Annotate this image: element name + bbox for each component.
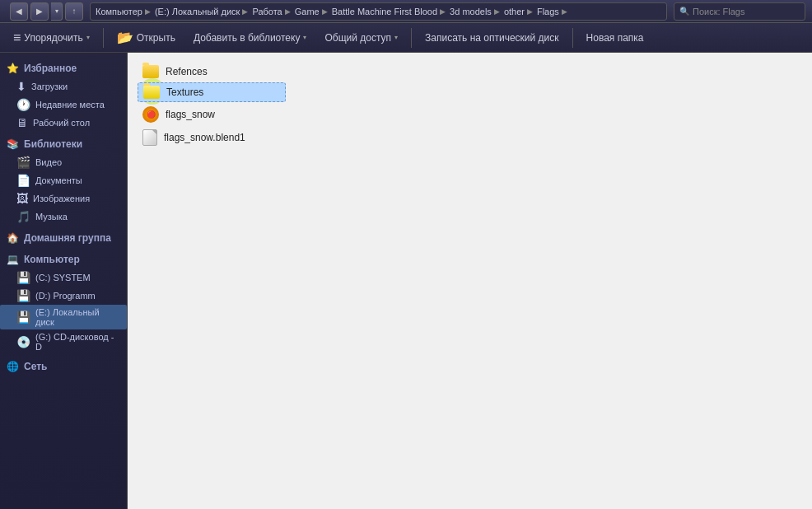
sidebar-item-c[interactable]: 💾 (C:) SYSTEM [0,269,127,287]
list-item[interactable]: Refences [138,63,286,81]
blend1-icon [142,129,157,146]
list-item[interactable]: flags_snow.blend1 [138,127,286,148]
up-button[interactable]: ↑ [65,2,83,21]
star-icon: ⭐ [7,63,19,74]
downloads-icon: ⬇ [16,80,26,93]
music-icon: 🎵 [16,210,30,223]
open-icon: 📂 [117,30,133,45]
sidebar-item-g[interactable]: 💿 (G:) CD-дисковод - D [0,329,127,354]
breadcrumb-other[interactable]: other ▶ [504,7,534,16]
search-box[interactable]: 🔍 Поиск: Flags [674,2,805,21]
folder-icon [143,86,160,99]
favorites-section: ⭐ Избранное ⬇ Загрузки 🕐 Недавние места … [0,59,127,132]
documents-icon: 📄 [16,174,30,187]
homegroup-icon: 🏠 [7,232,19,244]
breadcrumb-flags[interactable]: Flags ▶ [537,7,568,16]
libraries-header[interactable]: 📚 Библиотеки [0,135,127,153]
images-icon: 🖼 [16,192,28,205]
sidebar-item-desktop[interactable]: 🖥 Рабочий стол [0,114,127,132]
share-arrow: ▾ [394,34,398,41]
share-button[interactable]: Общий доступ ▾ [316,29,406,47]
library-arrow: ▾ [303,34,306,41]
blend-icon: 🔴 [142,106,159,123]
sidebar-item-documents[interactable]: 📄 Документы [0,171,127,189]
new-folder-button[interactable]: Новая папка [578,29,652,47]
sidebar-item-images[interactable]: 🖼 Изображения [0,189,127,208]
breadcrumb-computer[interactable]: Компьютер ▶ [96,7,152,16]
breadcrumb-rabota[interactable]: Работа ▶ [252,7,291,16]
cdrive-icon: 💾 [16,271,30,284]
homegroup-section: 🏠 Домашняя группа [0,229,127,247]
sidebar-item-e[interactable]: 💾 (E:) Локальный диск [0,305,127,329]
breadcrumb-edrive[interactable]: (E:) Локальный диск ▶ [155,7,250,16]
organize-arrow: ▾ [86,34,90,41]
gdrive-icon: 💿 [16,335,30,348]
list-item[interactable]: 🔴 flags_snow [138,104,286,125]
network-icon: 🌐 [7,361,19,372]
organize-icon: ≡ [13,30,21,45]
separator-3 [572,28,573,48]
forward-button[interactable]: ▶ [30,2,49,21]
network-section: 🌐 Сеть [0,357,127,376]
textures-wrapper: Textures [138,82,802,102]
folder-icon [142,65,159,78]
sidebar-item-recent[interactable]: 🕐 Недавние места [0,96,127,114]
address-bar[interactable]: Компьютер ▶ (E:) Локальный диск ▶ Работа… [90,2,667,21]
sidebar-item-downloads[interactable]: ⬇ Загрузки [0,77,127,96]
separator-1 [103,28,104,48]
sidebar-item-d[interactable]: 💾 (D:) Programm [0,287,127,305]
breadcrumb-game[interactable]: Game ▶ [295,7,329,16]
nav-buttons: ◀ ▶ ▾ ↑ [10,2,83,21]
computer-header[interactable]: 💻 Компьютер [0,250,127,269]
open-button[interactable]: 📂 Открыть [109,26,184,49]
list-item[interactable]: Textures [138,82,286,102]
libraries-section: 📚 Библиотеки 🎬 Видео 📄 Документы 🖼 Изобр… [0,135,127,226]
favorites-header[interactable]: ⭐ Избранное [0,59,127,77]
sidebar-item-music[interactable]: 🎵 Музыка [0,208,127,226]
desktop-icon: 🖥 [16,116,28,129]
sidebar: ⭐ Избранное ⬇ Загрузки 🕐 Недавние места … [0,53,128,509]
title-bar: ◀ ▶ ▾ ↑ Компьютер ▶ (E:) Локальный диск … [0,0,812,23]
toolbar: ≡ Упорядочить ▾ 📂 Открыть Добавить в биб… [0,23,812,53]
breadcrumb-battle[interactable]: Battle Machine First Blood ▶ [332,7,446,16]
recent-icon: 🕐 [16,98,30,111]
edrive-icon: 💾 [16,311,30,324]
back-button[interactable]: ◀ [10,2,28,21]
library-icon: 📚 [7,138,19,150]
homegroup-header[interactable]: 🏠 Домашняя группа [0,229,127,247]
organize-button[interactable]: ≡ Упорядочить ▾ [5,27,98,49]
network-header[interactable]: 🌐 Сеть [0,357,127,376]
breadcrumb-3dmodels[interactable]: 3d models ▶ [450,7,501,16]
computer-icon: 💻 [7,254,19,265]
video-icon: 🎬 [16,156,30,169]
main-area: ⭐ Избранное ⬇ Загрузки 🕐 Недавние места … [0,53,812,509]
computer-section: 💻 Компьютер 💾 (C:) SYSTEM 💾 (D:) Program… [0,250,127,354]
separator-2 [411,28,412,48]
burn-button[interactable]: Записать на оптический диск [417,29,567,47]
recent-button[interactable]: ▾ [51,2,63,21]
ddrive-icon: 💾 [16,289,30,302]
content-area: Refences Textures 🔴 flags_snow flags_sno… [128,53,812,509]
sidebar-item-video[interactable]: 🎬 Видео [0,153,127,171]
add-to-library-button[interactable]: Добавить в библиотеку ▾ [185,29,315,47]
